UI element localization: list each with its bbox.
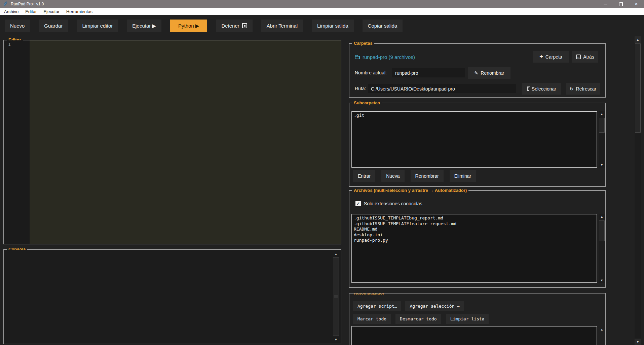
editor-frame: Editor 1 [3, 40, 341, 244]
automator-frame: Automatizador Agregar script… Agregar se… [349, 293, 606, 345]
menu-archivo[interactable]: Archivo [1, 9, 22, 14]
window-scroll-up-icon[interactable]: ▲ [635, 36, 641, 43]
automator-actions-row-1: Agregar script… Agregar selección → [353, 301, 464, 311]
plus-icon: + [539, 54, 543, 59]
files-frame: Archivos (multi-selección y arrastre → A… [349, 190, 606, 288]
extension-filter-checkbox-row[interactable]: ✓ Solo extensiones conocidas [355, 201, 422, 206]
add-script-button[interactable]: Agregar script… [353, 301, 401, 311]
close-button[interactable]: ✕ [629, 0, 644, 8]
window-scrollbar-thumb[interactable] [635, 43, 641, 133]
subfolders-listbox[interactable]: .git [351, 111, 597, 168]
console-scrollbar-thumb[interactable] [333, 257, 339, 336]
folders-frame-label: Carpetas [352, 40, 374, 46]
files-scroll-down-icon[interactable]: ▼ [599, 277, 605, 283]
back-button[interactable]: ← Atrás [572, 51, 598, 63]
python-run-button[interactable]: Python ▶ [170, 20, 207, 32]
back-label: Atrás [583, 54, 594, 60]
files-listbox[interactable]: .githubISSUE_TEMPLATEbug_report.md .gith… [351, 214, 597, 283]
console-scrollbar[interactable]: ▲ ▼ [333, 251, 339, 342]
window-scroll-down-icon[interactable]: ▼ [635, 339, 641, 345]
subfolders-frame-label: Subcarpetas [352, 100, 382, 106]
subfolders-scrollbar[interactable]: ▲ ▼ [599, 111, 605, 168]
back-icon: ← [576, 55, 581, 59]
add-selection-button[interactable]: Agregar selección → [405, 301, 464, 311]
subfolder-item[interactable]: .git [354, 113, 595, 118]
folder-icon [355, 56, 360, 59]
folder-icon [527, 88, 529, 91]
rename-subfolder-button[interactable]: Renombrar [411, 170, 444, 182]
folder-name-input[interactable] [392, 68, 465, 77]
refresh-button[interactable]: ↻ Refrescar [566, 83, 600, 95]
clear-output-button[interactable]: Limpiar salida [312, 20, 354, 32]
files-scrollbar[interactable]: ▲ ▼ [599, 214, 605, 283]
file-item[interactable]: runpad-pro.py [354, 238, 595, 243]
files-scroll-up-icon[interactable]: ▲ [599, 214, 605, 219]
toolbar-row: Nuevo Guardar Limpiar editor Ejecutar ▶ … [5, 20, 403, 32]
file-item[interactable]: desktop.ini [354, 232, 595, 238]
title-bar: RunPad Pro+ v1.0 ✕ [0, 0, 644, 8]
run-button[interactable]: Ejecutar ▶ [127, 20, 161, 32]
mark-all-button[interactable]: Marcar todo [353, 314, 391, 324]
current-name-label: Nombre actual: [355, 67, 387, 78]
rename-folder-button[interactable]: ✎ Renombrar [468, 67, 510, 79]
menu-editar[interactable]: Editar [22, 9, 40, 14]
check-icon: ✓ [356, 201, 360, 206]
console-output-area[interactable] [4, 250, 331, 344]
enter-subfolder-button[interactable]: Entrar [353, 170, 375, 182]
refresh-icon: ↻ [570, 86, 574, 92]
stop-button-label: Detener [221, 23, 239, 29]
menu-herramientas[interactable]: Herramientas [63, 9, 96, 14]
path-label: Ruta: [355, 83, 366, 94]
new-button[interactable]: Nuevo [5, 20, 30, 32]
editor-line-gutter: 1 [4, 40, 30, 244]
minimize-button[interactable] [598, 0, 613, 8]
clear-list-button[interactable]: Limpiar lista [446, 314, 489, 324]
subfolders-scrollbar-thumb[interactable] [599, 118, 605, 133]
menu-bar: Archivo Editar Ejecutar Herramientas [0, 8, 644, 15]
restore-icon [619, 2, 623, 6]
restore-button[interactable] [613, 0, 629, 8]
folder-path-input[interactable] [368, 84, 516, 93]
menu-ejecutar[interactable]: Ejecutar [40, 9, 63, 14]
copy-output-button[interactable]: Copiar salida [363, 20, 403, 32]
close-icon: ✕ [635, 2, 638, 6]
checkbox-checked-icon[interactable]: ✓ [355, 201, 361, 206]
automator-actions-row-2: Marcar todo Desmarcar todo Limpiar lista [353, 314, 489, 324]
editor-text-area[interactable] [30, 40, 341, 244]
rename-folder-label: Renombrar [481, 70, 504, 76]
console-scroll-down-icon[interactable]: ▼ [333, 337, 339, 342]
files-frame-label: Archivos (multi-selección y arrastre → A… [352, 187, 468, 194]
clear-editor-button[interactable]: Limpiar editor [77, 20, 118, 32]
unmark-all-button[interactable]: Desmarcar todo [395, 314, 441, 324]
delete-subfolder-button[interactable]: Eliminar [450, 170, 476, 182]
pencil-icon: ✎ [475, 70, 479, 76]
minimize-icon [604, 4, 607, 4]
stop-button[interactable]: Detener [216, 20, 252, 32]
open-terminal-button[interactable]: Abrir Terminal [261, 20, 303, 32]
stop-icon [242, 23, 247, 28]
automator-scrollbar[interactable]: ▲ [599, 326, 605, 345]
current-folder-link[interactable]: runpad-pro (9 archivos) [355, 51, 415, 63]
console-scroll-up-icon[interactable]: ▲ [333, 251, 339, 257]
add-folder-button[interactable]: + Carpeta [533, 51, 569, 63]
toolbar: Nuevo Guardar Limpiar editor Ejecutar ▶ … [0, 15, 644, 38]
files-scrollbar-thumb[interactable] [599, 220, 605, 241]
subfolders-scroll-down-icon[interactable]: ▼ [599, 162, 605, 168]
window-title: RunPad Pro+ v1.0 [11, 2, 44, 6]
refresh-label: Refrescar [576, 86, 597, 92]
line-number: 1 [4, 40, 30, 47]
new-subfolder-button[interactable]: Nueva [381, 170, 404, 182]
file-item[interactable]: .githubISSUE_TEMPLATEbug_report.md [354, 215, 595, 221]
automator-listbox[interactable] [351, 326, 597, 345]
select-folder-button[interactable]: Seleccionar [522, 83, 561, 95]
file-item[interactable]: README.md [354, 227, 595, 232]
automator-scroll-up-icon[interactable]: ▲ [599, 326, 605, 332]
window-scrollbar[interactable]: ▲ ▼ [635, 36, 641, 345]
add-folder-label: Carpeta [545, 54, 562, 60]
console-frame: Consola ▲ ▼ [3, 249, 341, 344]
subfolders-actions: Entrar Nueva Renombrar Eliminar [353, 170, 476, 182]
file-item[interactable]: .githubISSUE_TEMPLATEfeature_request.md [354, 221, 595, 227]
save-button[interactable]: Guardar [39, 20, 68, 32]
subfolders-scroll-up-icon[interactable]: ▲ [599, 111, 605, 117]
scrollbar-grip [334, 296, 338, 298]
